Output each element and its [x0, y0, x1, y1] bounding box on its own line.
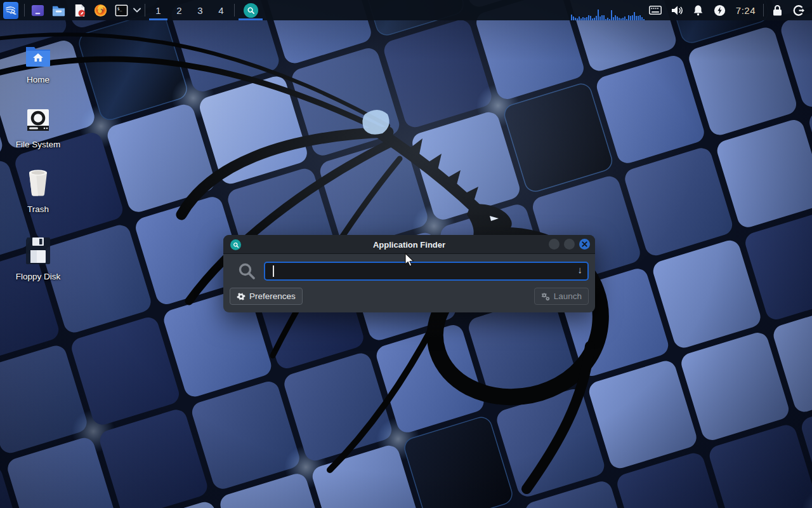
- logout-icon: [793, 4, 805, 17]
- hard-drive-icon: [3, 102, 73, 132]
- console-icon: [30, 3, 45, 18]
- application-finder-icon: [230, 239, 241, 250]
- text-editor-icon: [72, 3, 87, 18]
- application-finder-icon: [244, 3, 258, 18]
- text-caret: [273, 265, 274, 277]
- desktop-icon-label: File System: [3, 140, 73, 149]
- power-manager[interactable]: [709, 0, 731, 20]
- workspace-3-button[interactable]: 3: [190, 0, 211, 20]
- taskbar-application-finder[interactable]: [237, 0, 264, 20]
- panel-separator: [145, 4, 145, 17]
- lock-screen-button[interactable]: [766, 0, 788, 20]
- gear-icon: [237, 292, 246, 301]
- window-title: Application Finder: [223, 235, 595, 254]
- desktop-icon-home[interactable]: Home: [3, 37, 73, 84]
- chevron-down-icon: [133, 8, 141, 13]
- minimize-button[interactable]: [549, 239, 560, 250]
- lock-icon: [772, 4, 783, 17]
- panel-separator: [763, 4, 764, 17]
- close-icon: [582, 241, 587, 247]
- terminal-dropdown-button[interactable]: [132, 0, 142, 20]
- launch-gears-icon: [541, 292, 550, 301]
- maximize-button[interactable]: [564, 239, 575, 250]
- launcher-file-manager[interactable]: [48, 0, 69, 20]
- panel-separator: [24, 4, 25, 17]
- speaker-icon: [671, 5, 683, 16]
- desktop-icon-label: Home: [3, 75, 73, 84]
- close-button[interactable]: [579, 239, 590, 250]
- preferences-button[interactable]: Preferences: [230, 288, 303, 305]
- titlebar[interactable]: Application Finder: [223, 235, 595, 254]
- floppy-disk-icon: [3, 234, 73, 264]
- folder-icon: [51, 3, 66, 18]
- terminal-icon: $_: [114, 3, 129, 18]
- clock[interactable]: 7:24: [731, 5, 761, 16]
- expand-arrow-icon[interactable]: ↓: [578, 264, 583, 276]
- application-finder-window: Application Finder ↓: [223, 235, 595, 312]
- cpu-graph[interactable]: [571, 1, 646, 20]
- search-input[interactable]: [264, 262, 589, 281]
- desktop-icon-label: Trash: [3, 204, 73, 214]
- logout-button[interactable]: [788, 0, 809, 20]
- keyboard-icon: [649, 6, 662, 15]
- workspace-2-button[interactable]: 2: [169, 0, 190, 20]
- home-folder-icon: [3, 37, 73, 67]
- keyboard-indicator[interactable]: [645, 0, 666, 20]
- desktop-icon-trash[interactable]: Trash: [3, 166, 73, 214]
- power-battery-icon: [714, 4, 726, 17]
- desktop-icon-file-system[interactable]: File System: [3, 102, 73, 149]
- volume-control[interactable]: [666, 0, 688, 20]
- trash-can-icon: [3, 166, 73, 197]
- workspace-4-button[interactable]: 4: [211, 0, 232, 20]
- finder-body: ↓ Preferences Launch: [223, 254, 595, 305]
- applications-menu-button[interactable]: [0, 0, 22, 20]
- firefox-icon: [93, 3, 108, 18]
- desktop-icon-label: Floppy Disk: [3, 272, 73, 281]
- launch-label: Launch: [554, 291, 582, 301]
- preferences-label: Preferences: [249, 291, 296, 301]
- panel-separator: [234, 4, 235, 17]
- kali-logo-icon: [3, 2, 18, 19]
- launcher-console[interactable]: [27, 0, 48, 20]
- search-icon: [230, 262, 264, 281]
- workspace-1-button[interactable]: 1: [148, 0, 169, 20]
- launcher-terminal[interactable]: $_: [111, 0, 132, 20]
- bell-icon: [693, 4, 704, 16]
- notifications[interactable]: [688, 0, 709, 20]
- system-tray: 7:24: [645, 0, 812, 20]
- svg-text:$_: $_: [117, 6, 122, 11]
- launcher-text-editor[interactable]: [69, 0, 90, 20]
- launch-button[interactable]: Launch: [534, 288, 589, 305]
- launcher-firefox[interactable]: [90, 0, 111, 20]
- top-panel: $_ 1 2 3 4: [0, 0, 812, 20]
- desktop-icon-floppy-disk[interactable]: Floppy Disk: [3, 234, 73, 281]
